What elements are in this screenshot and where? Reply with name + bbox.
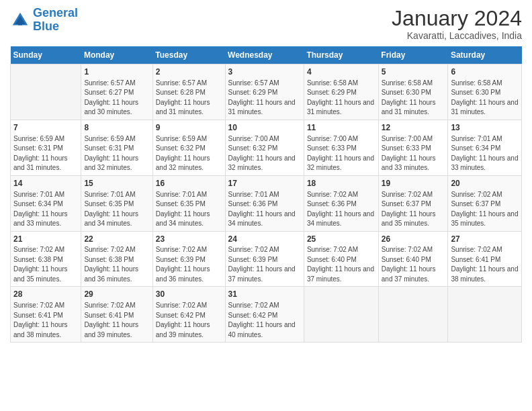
cell-details: Sunrise: 7:01 AMSunset: 6:35 PMDaylight:…: [156, 190, 222, 229]
main-title: January 2024: [392, 7, 522, 30]
calendar-cell: 27Sunrise: 7:02 AMSunset: 6:41 PMDayligh…: [448, 231, 522, 287]
cell-details: Sunrise: 7:00 AMSunset: 6:32 PMDaylight:…: [228, 134, 301, 173]
calendar-cell: 21Sunrise: 7:02 AMSunset: 6:38 PMDayligh…: [11, 231, 81, 287]
col-saturday: Saturday: [448, 46, 522, 64]
cell-details: Sunrise: 6:58 AMSunset: 6:29 PMDaylight:…: [307, 79, 375, 118]
calendar-cell: 15Sunrise: 7:01 AMSunset: 6:35 PMDayligh…: [81, 175, 152, 231]
logo-line1: General: [33, 6, 78, 19]
day-number: 19: [382, 178, 445, 189]
logo: General Blue: [10, 7, 78, 34]
day-number: 4: [307, 66, 375, 78]
cell-details: Sunrise: 7:02 AMSunset: 6:37 PMDaylight:…: [451, 190, 519, 229]
calendar-cell: 19Sunrise: 7:02 AMSunset: 6:37 PMDayligh…: [378, 175, 448, 231]
cell-details: Sunrise: 7:02 AMSunset: 6:39 PMDaylight:…: [228, 245, 301, 284]
cell-details: Sunrise: 7:01 AMSunset: 6:34 PMDaylight:…: [451, 134, 519, 173]
cell-details: Sunrise: 6:58 AMSunset: 6:30 PMDaylight:…: [382, 79, 445, 118]
calendar-cell: 16Sunrise: 7:01 AMSunset: 6:35 PMDayligh…: [152, 175, 225, 231]
calendar-week-2: 7Sunrise: 6:59 AMSunset: 6:31 PMDaylight…: [11, 120, 522, 175]
calendar-cell: 25Sunrise: 7:02 AMSunset: 6:40 PMDayligh…: [304, 231, 378, 287]
day-number: 12: [382, 122, 445, 134]
cell-details: Sunrise: 7:02 AMSunset: 6:38 PMDaylight:…: [84, 245, 149, 284]
calendar-week-5: 28Sunrise: 7:02 AMSunset: 6:41 PMDayligh…: [11, 287, 522, 342]
cell-details: Sunrise: 7:01 AMSunset: 6:36 PMDaylight:…: [228, 190, 301, 229]
day-number: 23: [156, 234, 222, 245]
cell-details: Sunrise: 6:59 AMSunset: 6:32 PMDaylight:…: [156, 134, 222, 173]
svg-rect-2: [18, 23, 22, 26]
calendar-cell: 12Sunrise: 7:00 AMSunset: 6:33 PMDayligh…: [378, 120, 448, 175]
calendar-table: Sunday Monday Tuesday Wednesday Thursday…: [10, 46, 522, 342]
day-number: 5: [382, 66, 445, 78]
calendar-cell: 17Sunrise: 7:01 AMSunset: 6:36 PMDayligh…: [225, 175, 304, 231]
calendar-cell: 3Sunrise: 6:57 AMSunset: 6:29 PMDaylight…: [225, 64, 304, 120]
day-number: 16: [156, 178, 222, 189]
calendar-week-1: 1Sunrise: 6:57 AMSunset: 6:27 PMDaylight…: [11, 64, 522, 120]
cell-details: Sunrise: 6:59 AMSunset: 6:31 PMDaylight:…: [13, 134, 78, 173]
cell-details: Sunrise: 7:02 AMSunset: 6:41 PMDaylight:…: [84, 301, 149, 340]
day-number: 1: [84, 66, 149, 78]
day-number: 28: [13, 289, 78, 300]
calendar-cell: 24Sunrise: 7:02 AMSunset: 6:39 PMDayligh…: [225, 231, 304, 287]
cell-details: Sunrise: 7:02 AMSunset: 6:38 PMDaylight:…: [13, 245, 78, 284]
calendar-cell: 7Sunrise: 6:59 AMSunset: 6:31 PMDaylight…: [11, 120, 81, 175]
cell-details: Sunrise: 7:02 AMSunset: 6:41 PMDaylight:…: [13, 301, 78, 340]
calendar-cell: 2Sunrise: 6:57 AMSunset: 6:28 PMDaylight…: [152, 64, 225, 120]
calendar-cell: 13Sunrise: 7:01 AMSunset: 6:34 PMDayligh…: [448, 120, 522, 175]
day-number: 17: [228, 178, 301, 189]
day-number: 26: [382, 234, 445, 245]
day-number: 9: [156, 122, 222, 134]
calendar-cell: 23Sunrise: 7:02 AMSunset: 6:39 PMDayligh…: [152, 231, 225, 287]
day-number: 29: [84, 289, 149, 300]
day-number: 8: [84, 122, 149, 134]
header: General Blue January 2024 Kavaratti, Lac…: [10, 7, 522, 41]
calendar-week-3: 14Sunrise: 7:01 AMSunset: 6:34 PMDayligh…: [11, 175, 522, 231]
calendar-cell: 11Sunrise: 7:00 AMSunset: 6:33 PMDayligh…: [304, 120, 378, 175]
logo-line2: Blue: [33, 19, 59, 33]
cell-details: Sunrise: 6:57 AMSunset: 6:29 PMDaylight:…: [228, 79, 301, 118]
calendar-cell: 31Sunrise: 7:02 AMSunset: 6:42 PMDayligh…: [225, 287, 304, 342]
day-number: 10: [228, 122, 301, 134]
calendar-cell: 28Sunrise: 7:02 AMSunset: 6:41 PMDayligh…: [11, 287, 81, 342]
cell-details: Sunrise: 7:01 AMSunset: 6:35 PMDaylight:…: [84, 190, 149, 229]
logo-text: General Blue: [33, 7, 78, 34]
day-number: 27: [451, 234, 519, 245]
cell-details: Sunrise: 7:01 AMSunset: 6:34 PMDaylight:…: [13, 190, 78, 229]
calendar-cell: [11, 64, 81, 120]
cell-details: Sunrise: 7:02 AMSunset: 6:42 PMDaylight:…: [156, 301, 222, 340]
calendar-week-4: 21Sunrise: 7:02 AMSunset: 6:38 PMDayligh…: [11, 231, 522, 287]
logo-icon: [10, 10, 30, 30]
day-number: 31: [228, 289, 301, 300]
cell-details: Sunrise: 7:02 AMSunset: 6:40 PMDaylight:…: [382, 245, 445, 284]
cell-details: Sunrise: 7:00 AMSunset: 6:33 PMDaylight:…: [307, 134, 375, 173]
cell-details: Sunrise: 7:02 AMSunset: 6:42 PMDaylight:…: [228, 301, 301, 340]
day-number: 14: [13, 178, 78, 189]
calendar-cell: 14Sunrise: 7:01 AMSunset: 6:34 PMDayligh…: [11, 175, 81, 231]
day-number: 21: [13, 234, 78, 245]
calendar-cell: 6Sunrise: 6:58 AMSunset: 6:30 PMDaylight…: [448, 64, 522, 120]
day-number: 13: [451, 122, 519, 134]
calendar-cell: 8Sunrise: 6:59 AMSunset: 6:31 PMDaylight…: [81, 120, 152, 175]
cell-details: Sunrise: 6:59 AMSunset: 6:31 PMDaylight:…: [84, 134, 149, 173]
calendar-cell: 5Sunrise: 6:58 AMSunset: 6:30 PMDaylight…: [378, 64, 448, 120]
day-number: 18: [307, 178, 375, 189]
day-number: 15: [84, 178, 149, 189]
cell-details: Sunrise: 6:57 AMSunset: 6:28 PMDaylight:…: [156, 79, 222, 118]
day-number: 6: [451, 66, 519, 78]
cell-details: Sunrise: 7:02 AMSunset: 6:39 PMDaylight:…: [156, 245, 222, 284]
cell-details: Sunrise: 6:58 AMSunset: 6:30 PMDaylight:…: [451, 79, 519, 118]
day-number: 20: [451, 178, 519, 189]
subtitle: Kavaratti, Laccadives, India: [392, 30, 522, 41]
col-sunday: Sunday: [11, 46, 81, 64]
day-number: 25: [307, 234, 375, 245]
day-number: 24: [228, 234, 301, 245]
calendar-cell: 29Sunrise: 7:02 AMSunset: 6:41 PMDayligh…: [81, 287, 152, 342]
calendar-cell: 10Sunrise: 7:00 AMSunset: 6:32 PMDayligh…: [225, 120, 304, 175]
day-number: 3: [228, 66, 301, 78]
day-number: 22: [84, 234, 149, 245]
calendar-cell: [448, 287, 522, 342]
cell-details: Sunrise: 7:02 AMSunset: 6:41 PMDaylight:…: [451, 245, 519, 284]
day-number: 30: [156, 289, 222, 300]
calendar-cell: 30Sunrise: 7:02 AMSunset: 6:42 PMDayligh…: [152, 287, 225, 342]
day-number: 2: [156, 66, 222, 78]
cell-details: Sunrise: 7:00 AMSunset: 6:33 PMDaylight:…: [382, 134, 445, 173]
cell-details: Sunrise: 7:02 AMSunset: 6:37 PMDaylight:…: [382, 190, 445, 229]
